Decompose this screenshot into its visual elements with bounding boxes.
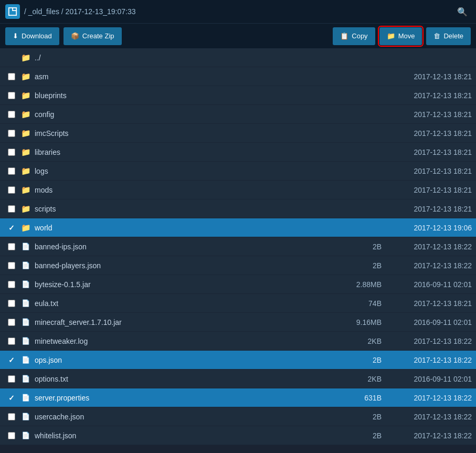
delete-icon: 🗑 [433, 32, 440, 40]
search-button[interactable]: 🔍 [454, 3, 471, 20]
table-row[interactable]: 📁asm2017-12-13 18:21 [0, 67, 476, 86]
file-icon: 📄 [22, 356, 30, 364]
create-zip-button[interactable]: 📦 Create Zip [64, 27, 122, 45]
file-checkbox[interactable] [8, 338, 15, 345]
file-icon: 📄 [22, 299, 30, 307]
file-icon: 📄 [19, 413, 33, 420]
table-row[interactable]: 📄usercache.json2B2017-12-13 18:22 [0, 407, 476, 426]
table-row[interactable]: 📁imcScripts2017-12-13 18:21 [0, 124, 476, 143]
checkbox-cell [4, 413, 19, 420]
file-checkbox[interactable] [8, 186, 15, 194]
file-checkbox[interactable] [8, 130, 15, 137]
checkbox-cell: ✓ [4, 394, 19, 402]
file-checkbox[interactable] [8, 243, 15, 250]
file-date: 2017-12-13 18:21 [388, 205, 472, 213]
table-row[interactable]: ✓📄ops.json2B2017-12-13 18:22 [0, 351, 476, 370]
file-icon: 📄 [19, 318, 33, 326]
checkbox-cell [4, 338, 19, 345]
file-name: banned-players.json [35, 261, 346, 270]
file-date: 2017-12-13 18:21 [388, 299, 472, 308]
file-checkbox[interactable] [8, 262, 15, 269]
file-name: logs [35, 167, 346, 175]
file-checkbox[interactable] [8, 300, 15, 307]
checkbox-cell [4, 92, 19, 99]
folder-icon: 📁 [21, 53, 31, 62]
file-name: whitelist.json [35, 431, 346, 440]
file-checkbox[interactable] [8, 432, 15, 439]
file-icon: 📄 [19, 280, 33, 288]
file-checkbox[interactable] [8, 319, 15, 326]
table-row[interactable]: 📁config2017-12-13 18:21 [0, 105, 476, 124]
file-name: banned-ips.json [35, 243, 346, 251]
file-name: libraries [35, 148, 346, 156]
folder-icon: 📁 [19, 223, 33, 233]
file-checkbox[interactable] [8, 92, 15, 99]
table-row[interactable]: 📄eula.txt74B2017-12-13 18:21 [0, 294, 476, 313]
table-row[interactable]: 📄options.txt2KB2016-09-11 02:01 [0, 370, 476, 388]
table-row[interactable]: 📁../ [0, 48, 476, 67]
file-name: usercache.json [35, 413, 346, 421]
table-row[interactable]: 📄minetweaker.log2KB2017-12-13 18:22 [0, 332, 476, 351]
table-row[interactable]: ✓📄server.properties631B2017-12-13 18:22 [0, 388, 476, 407]
file-size: 2KB [346, 337, 388, 345]
table-row[interactable]: 📁libraries2017-12-13 18:21 [0, 143, 476, 162]
file-size: 2B [346, 431, 388, 440]
logo [5, 4, 20, 19]
file-name: blueprints [35, 91, 346, 100]
file-icon: 📄 [19, 356, 33, 364]
file-checkbox[interactable] [8, 149, 15, 156]
table-row[interactable]: 📄banned-ips.json2B2017-12-13 18:22 [0, 237, 476, 256]
copy-button[interactable]: 📋 Copy [333, 27, 375, 45]
file-size: 9.16MB [346, 318, 388, 326]
header-bar: / _old_files / 2017-12-13_19:07:33 🔍 [0, 0, 476, 23]
toolbar: ⬇ Download 📦 Create Zip 📋 Copy 📁 Move 🗑 … [0, 23, 476, 48]
file-checkbox[interactable] [8, 413, 15, 420]
file-size: 74B [346, 299, 388, 308]
table-row[interactable]: 📄banned-players.json2B2017-12-13 18:22 [0, 256, 476, 275]
table-row[interactable]: ✓📁world2017-12-13 19:06 [0, 218, 476, 237]
file-checkbox[interactable] [8, 73, 15, 80]
file-size: 631B [346, 394, 388, 402]
file-checkbox[interactable] [8, 205, 15, 213]
file-icon: 📄 [22, 413, 30, 420]
move-button[interactable]: 📁 Move [379, 27, 422, 45]
checkbox-cell [4, 281, 19, 288]
file-size: 2B [346, 356, 388, 364]
file-icon: 📄 [22, 318, 30, 326]
table-row[interactable]: 📁scripts2017-12-13 18:21 [0, 199, 476, 218]
table-row[interactable]: 📁blueprints2017-12-13 18:21 [0, 86, 476, 105]
file-date: 2017-12-13 18:21 [388, 148, 472, 156]
file-date: 2017-12-13 18:21 [388, 167, 472, 175]
file-size: 2B [346, 261, 388, 270]
file-name: world [35, 224, 346, 232]
checkbox-cell: ✓ [4, 356, 19, 364]
file-date: 2017-12-13 18:22 [388, 337, 472, 345]
file-checkbox[interactable] [8, 111, 15, 118]
table-row[interactable]: 📄minecraft_server.1.7.10.jar9.16MB2016-0… [0, 313, 476, 332]
checkmark-icon: ✓ [8, 224, 15, 232]
file-date: 2017-12-13 19:06 [388, 224, 472, 232]
table-row[interactable]: 📁mods2017-12-13 18:21 [0, 181, 476, 199]
file-name: server.properties [35, 394, 346, 402]
delete-button[interactable]: 🗑 Delete [426, 27, 471, 45]
table-row[interactable]: 📁logs2017-12-13 18:21 [0, 162, 476, 181]
file-date: 2017-12-13 18:21 [388, 72, 472, 81]
checkbox-cell [4, 243, 19, 250]
checkbox-cell [4, 205, 19, 213]
file-date: 2017-12-13 18:22 [388, 261, 472, 270]
folder-icon: 📁 [19, 204, 33, 214]
download-icon: ⬇ [13, 32, 18, 40]
folder-icon: 📁 [19, 129, 33, 138]
file-size: 2B [346, 413, 388, 421]
download-button[interactable]: ⬇ Download [5, 27, 59, 45]
file-checkbox[interactable] [8, 375, 15, 383]
table-row[interactable]: 📄bytesize-0.1.5.jar2.88MB2016-09-11 02:0… [0, 275, 476, 294]
table-row[interactable]: 📄whitelist.json2B2017-12-13 18:22 [0, 426, 476, 445]
file-name: config [35, 110, 346, 119]
file-name: minecraft_server.1.7.10.jar [35, 318, 346, 326]
checkmark-icon: ✓ [8, 356, 15, 364]
file-checkbox[interactable] [8, 281, 15, 288]
file-icon: 📄 [19, 243, 33, 250]
file-checkbox[interactable] [8, 167, 15, 175]
breadcrumb: / _old_files / 2017-12-13_19:07:33 [24, 7, 450, 16]
